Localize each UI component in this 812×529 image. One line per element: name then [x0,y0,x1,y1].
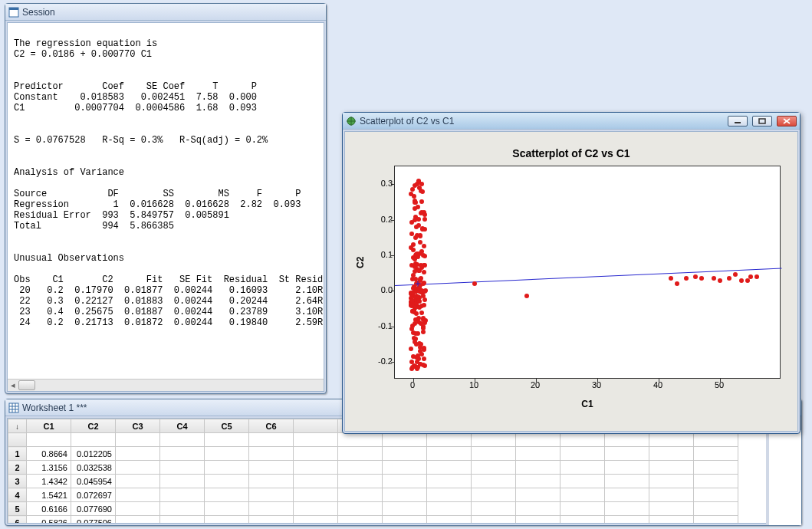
session-window[interactable]: Session The regression equation is C2 = … [5,3,327,394]
cell[interactable] [561,475,605,488]
cell[interactable] [472,447,516,461]
cell[interactable] [605,488,649,502]
scatter-titlebar[interactable]: Scatterplot of C2 vs C1 [343,113,800,130]
cell[interactable]: 1.5421 [27,488,71,502]
cell[interactable] [427,516,472,524]
col-header[interactable]: C2 [71,419,116,433]
cell[interactable] [205,475,249,488]
cell[interactable] [427,502,472,516]
cell[interactable] [249,502,294,516]
table-row[interactable]: 41.54210.072697 [8,488,738,502]
cell[interactable] [294,461,338,475]
cell[interactable] [338,475,383,488]
cell[interactable] [649,475,694,488]
cell[interactable]: 0.072697 [71,488,116,502]
cell[interactable] [205,502,249,516]
table-row[interactable]: 50.61660.077690 [8,502,738,516]
cell[interactable] [249,461,294,475]
cell[interactable] [694,447,738,461]
cell[interactable] [249,488,294,502]
cell[interactable] [383,447,427,461]
cell[interactable] [694,488,738,502]
cell[interactable] [383,502,427,516]
cell[interactable]: 1.3156 [27,461,71,475]
minimize-button[interactable] [728,116,748,127]
table-row[interactable]: 60.58260.077506 [8,516,738,524]
cell[interactable] [649,447,694,461]
cell[interactable] [427,475,472,488]
row-header[interactable]: 6 [8,516,27,524]
cell[interactable] [160,516,205,524]
cell[interactable] [160,488,205,502]
col-header[interactable]: C6 [249,419,294,433]
cell[interactable] [294,447,338,461]
cell[interactable] [427,488,472,502]
cell[interactable] [205,461,249,475]
cell[interactable] [294,502,338,516]
col-header[interactable]: C1 [27,419,71,433]
cell[interactable] [249,516,294,524]
cell[interactable]: 0.032538 [71,461,116,475]
cell[interactable] [649,516,694,524]
cell[interactable] [383,488,427,502]
cell[interactable] [605,516,649,524]
cell[interactable] [694,516,738,524]
cell[interactable] [472,475,516,488]
cell[interactable] [561,516,605,524]
cell[interactable] [294,516,338,524]
col-header[interactable]: C4 [160,419,205,433]
cell[interactable] [294,488,338,502]
session-hscrollbar[interactable]: ◂ [8,379,324,391]
cell[interactable]: 0.5826 [27,516,71,524]
session-output[interactable]: The regression equation is C2 = 0.0186 +… [8,23,324,333]
cell[interactable]: 0.8664 [27,447,71,461]
cell[interactable] [205,516,249,524]
cell[interactable] [561,502,605,516]
cell[interactable] [516,447,561,461]
cell[interactable] [383,461,427,475]
cell[interactable] [561,461,605,475]
cell[interactable] [516,502,561,516]
cell[interactable] [160,475,205,488]
cell[interactable] [160,461,205,475]
table-row[interactable]: 21.31560.032538 [8,461,738,475]
cell[interactable] [516,475,561,488]
row-header[interactable]: 5 [8,502,27,516]
cell[interactable] [205,488,249,502]
cell[interactable] [338,488,383,502]
cell[interactable] [116,475,160,488]
cell[interactable] [649,461,694,475]
row-header[interactable]: 4 [8,488,27,502]
cell[interactable] [338,447,383,461]
cell[interactable] [160,502,205,516]
table-row[interactable]: 31.43420.045954 [8,475,738,488]
maximize-button[interactable] [752,116,772,127]
cell[interactable] [605,502,649,516]
cell[interactable] [249,447,294,461]
cell[interactable] [338,516,383,524]
cell[interactable] [649,502,694,516]
cell[interactable] [116,516,160,524]
cell[interactable] [694,475,738,488]
cell[interactable] [561,447,605,461]
cell[interactable] [516,488,561,502]
cell[interactable] [605,461,649,475]
plot-frame[interactable] [394,166,781,379]
cell[interactable] [516,461,561,475]
cell[interactable] [116,447,160,461]
cell[interactable] [649,488,694,502]
cell[interactable] [160,447,205,461]
cell[interactable]: 1.4342 [27,475,71,488]
cell[interactable]: 0.077690 [71,502,116,516]
scroll-left-arrow[interactable]: ◂ [8,380,18,391]
row-header[interactable]: 2 [8,461,27,475]
cell[interactable] [516,516,561,524]
cell[interactable] [205,447,249,461]
row-marker-header[interactable]: ↓ [8,419,27,433]
row-header[interactable]: 1 [8,447,27,461]
worksheet-grid[interactable]: ↓ C1 C2 C3 C4 C5 C6 [8,419,738,524]
cell[interactable]: 0.045954 [71,475,116,488]
cell[interactable] [427,447,472,461]
cell[interactable] [427,461,472,475]
cell[interactable] [694,502,738,516]
